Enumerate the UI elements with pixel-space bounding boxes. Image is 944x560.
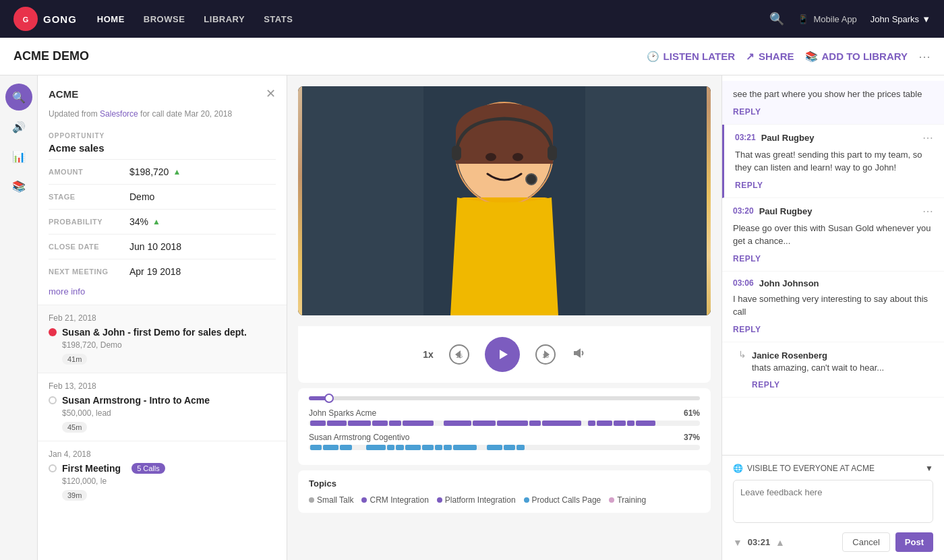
reply-button[interactable]: REPLY [733,254,761,263]
timestamp-value: 03:21 [748,537,770,547]
speaker-pct: 37% [684,433,700,442]
nav-stats[interactable]: STATS [264,14,293,24]
reply-text: thats amazing, can't wait to hear... [752,361,884,375]
comment-item: 03:06 John Johnson I have something very… [722,272,944,342]
feedback-action-buttons: Cancel Post [842,532,933,552]
feedback-input[interactable] [733,480,933,523]
call-item[interactable]: Jan 4, 2018 First Meeting 5 Calls $120,0… [38,441,287,509]
library-sidebar-button[interactable]: 📚 [5,173,32,199]
call-status-dot [49,328,57,336]
nav-browse[interactable]: BROWSE [144,14,185,24]
opportunity-value: Acme sales [49,142,276,154]
volume-button[interactable] [571,346,586,364]
comments-area: see the part where you show her the pric… [722,75,944,455]
reply-content: Janice Rosenberg thats amazing, can't wa… [752,349,884,391]
amount-label: AMOUNT [49,168,129,176]
speaker-bar [309,421,700,426]
topic-item: Training [609,495,646,505]
reply-button[interactable]: REPLY [752,380,779,390]
timestamp-increment-button[interactable]: ▲ [775,537,785,548]
user-menu[interactable]: John Sparks ▼ [871,14,931,24]
call-status-dot [49,464,57,472]
comment-author: Paul Rugbey [761,133,815,143]
nav-home[interactable]: HOME [97,14,125,24]
reply-button[interactable]: REPLY [733,107,761,117]
salesforce-link[interactable]: Salesforce [100,109,138,119]
icon-sidebar: 🔍 🔊 📊 📚 [0,75,38,560]
sidebar-header: ACME ✕ [38,75,287,109]
speaker-pct: 61% [684,408,700,418]
comment-text: I have something very interesting to say… [733,292,933,319]
call-list: Feb 21, 2018 Susan & John - first Demo f… [38,305,287,509]
listen-later-button[interactable]: 🕑 LISTEN LATER [647,51,735,63]
topic-item: Platform Integration [437,495,516,505]
search-icon[interactable]: 🔍 [769,11,784,26]
main-content: 🔍 🔊 📊 📚 ACME ✕ Updated from Salesforce f… [0,75,944,560]
probability-label: PROBABILITY [49,218,129,226]
mobile-app-label: Mobile App [814,14,857,24]
comment-timestamp[interactable]: 03:21 [735,133,756,142]
call-date: Jan 4, 2018 [49,449,276,459]
call-name: Susan Armstrong - Intro to Acme [62,395,210,406]
nav-library[interactable]: LIBRARY [204,14,245,24]
timeline-thumb[interactable] [324,394,334,403]
comment-author: John Johnson [759,278,819,288]
svg-point-9 [512,153,523,161]
video-player[interactable] [298,86,711,315]
comment-timestamp[interactable]: 03:06 [733,278,754,288]
reply-button[interactable]: REPLY [735,181,763,190]
comment-timestamp[interactable]: 03:20 [733,206,754,216]
audio-sidebar-button[interactable]: 🔊 [5,113,32,140]
call-status-dot [49,396,57,404]
rewind-button[interactable]: 15 [447,342,471,367]
speed-button[interactable]: 1x [423,349,434,360]
listen-later-label: LISTEN LATER [663,51,735,62]
probability-row: PROBABILITY 34% ▲ [38,210,287,234]
post-button[interactable]: Post [895,532,933,552]
comment-more-button[interactable]: ⋯ [922,205,933,218]
reply-button[interactable]: REPLY [733,325,761,334]
topic-label: Training [617,495,646,505]
call-item[interactable]: Feb 21, 2018 Susan & John - first Demo f… [38,305,287,373]
comment-more-button[interactable]: ⋯ [922,131,933,144]
add-to-library-button[interactable]: 📚 ADD TO LIBRARY [805,51,908,63]
more-info-link[interactable]: more info [38,284,96,305]
cancel-button[interactable]: Cancel [842,532,889,552]
topic-label: Product Calls Page [532,495,601,505]
acme-sidebar: ACME ✕ Updated from Salesforce for call … [38,75,287,560]
speaker-name: John Sparks Acme [309,408,376,418]
center-content: 1x 15 15 John Sp [287,75,721,560]
svg-rect-10 [452,146,461,160]
mobile-app-link[interactable]: 📱 Mobile App [798,14,857,24]
close-date-row: CLOSE DATE Jun 10 2018 [38,235,287,259]
call-meta: $120,000, le [62,476,276,486]
topic-label: Platform Integration [445,495,516,505]
close-sidebar-button[interactable]: ✕ [266,86,276,101]
visibility-selector[interactable]: 🌐 VISIBLE TO EVERYONE AT ACME ▼ [733,464,933,473]
play-button[interactable] [485,337,520,372]
comment-item: see the part where you show her the pric… [722,81,944,125]
topic-dot [609,497,614,503]
forward-button[interactable]: 15 [533,342,558,367]
call-dot-row: Susan Armstrong - Intro to Acme [49,395,276,406]
search-sidebar-button[interactable]: 🔍 [5,84,32,111]
more-options-button[interactable]: ⋯ [918,49,931,64]
call-duration: 45m [62,422,87,433]
timeline-bar[interactable] [309,396,700,400]
probability-up-icon: ▲ [152,217,160,226]
opportunity-section: OPPORTUNITY Acme sales [38,127,287,159]
visibility-label: VISIBLE TO EVERYONE AT ACME [747,464,875,473]
stage-label: STAGE [49,193,129,201]
share-button[interactable]: ↗ SHARE [746,51,794,63]
call-date: Feb 21, 2018 [49,313,276,323]
sidebar-company-title: ACME [49,88,78,100]
speaker-name: Susan Armstrong Cogentivo [309,433,409,442]
timestamp-decrement-button[interactable]: ▼ [733,537,742,548]
feedback-actions: ▼ 03:21 ▲ Cancel Post [733,532,933,552]
call-item[interactable]: Feb 13, 2018 Susan Armstrong - Intro to … [38,373,287,441]
svg-point-8 [485,153,496,161]
chart-sidebar-button[interactable]: 📊 [5,143,32,170]
topics-section: Topics Small Talk CRM Integration Platfo… [298,470,711,513]
topic-label: Small Talk [317,495,353,505]
logo[interactable]: G GONG [13,7,77,31]
